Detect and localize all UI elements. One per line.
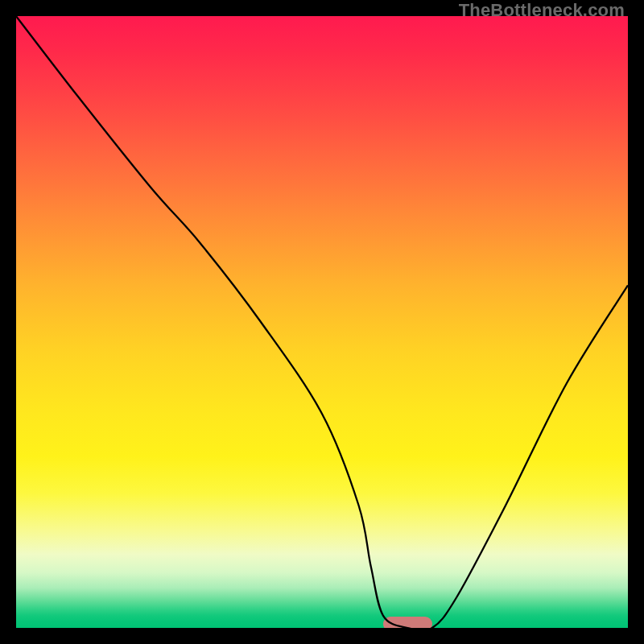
chart-frame: TheBottleneck.com <box>0 0 644 644</box>
plot-area <box>16 16 628 628</box>
bottleneck-curve <box>16 16 628 628</box>
